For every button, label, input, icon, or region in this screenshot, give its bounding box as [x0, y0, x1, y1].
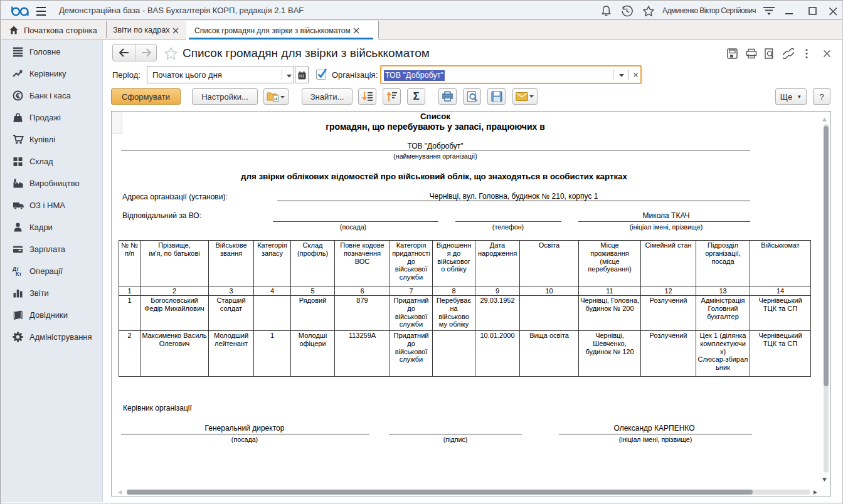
svg-text:Кт: Кт: [16, 271, 21, 276]
